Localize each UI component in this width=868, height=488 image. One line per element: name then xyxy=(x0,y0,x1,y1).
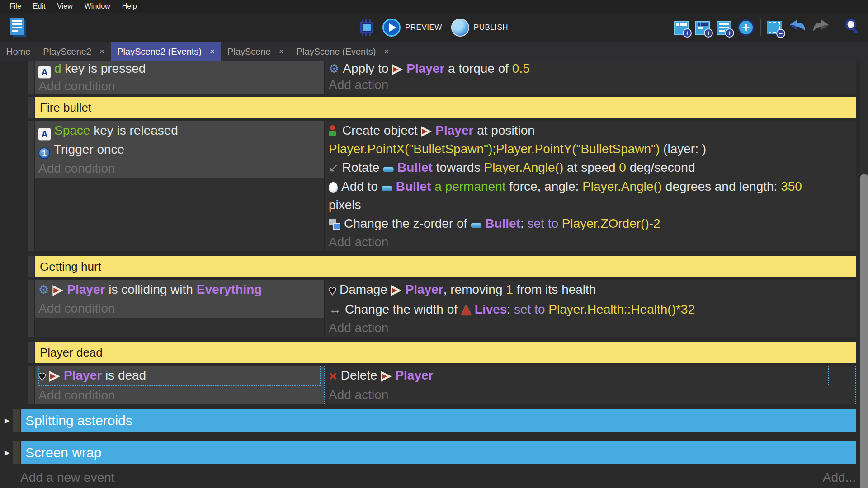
action-item[interactable]: ⚙Apply to Player a torque of 0.5 xyxy=(329,61,829,77)
heart-icon: ♥ xyxy=(329,282,336,300)
preview-label: PREVIEW xyxy=(405,23,442,32)
tab-playscene2[interactable]: PlayScene2 × xyxy=(37,42,111,61)
player-ship-icon xyxy=(391,285,402,296)
action-item[interactable]: ↙Rotate Bullet towards Player.Angle() at… xyxy=(329,158,829,177)
publish-button[interactable]: PUBLISH xyxy=(451,19,508,37)
collapse-arrow-icon[interactable]: ▶ xyxy=(5,409,13,432)
event-drag-handle xyxy=(13,409,21,432)
menu-edit[interactable]: Edit xyxy=(27,2,52,10)
event-drag-handle xyxy=(28,256,35,277)
redo-icon[interactable] xyxy=(812,18,830,38)
close-icon[interactable]: × xyxy=(279,47,284,56)
deselect-icon[interactable] xyxy=(767,21,782,34)
event-row-selected: ♥Player is dead Add condition ×Delete Pl… xyxy=(28,366,856,404)
bullet-icon xyxy=(383,167,394,172)
main-toolbar: PREVIEW PUBLISH xyxy=(0,13,868,42)
keyboard-icon: A xyxy=(38,66,51,78)
debugger-icon[interactable] xyxy=(360,22,373,33)
tab-playscene2-events[interactable]: PlayScene2 (Events) × xyxy=(111,42,221,61)
toolbar-divider xyxy=(837,19,837,36)
player-ship-icon xyxy=(421,126,432,137)
trigger-once-icon: 1 xyxy=(38,147,50,159)
event-row: ASpace key is released 1Trigger once Add… xyxy=(28,121,856,251)
add-scene-icon[interactable] xyxy=(674,21,689,35)
group-bar[interactable]: Splitting asteroids xyxy=(21,409,856,432)
search-icon[interactable] xyxy=(844,18,862,38)
event-drag-handle xyxy=(13,441,21,464)
close-icon[interactable]: × xyxy=(210,47,215,56)
event-drag-handle xyxy=(28,280,35,337)
comment-bar[interactable]: Getting hurt xyxy=(35,256,856,277)
add-condition-button[interactable]: Add condition xyxy=(38,78,321,94)
condition-item[interactable]: ASpace key is released xyxy=(38,121,321,140)
toolbar-divider xyxy=(760,19,761,36)
tab-playscene-events[interactable]: PlayScene (Events) × xyxy=(290,42,396,61)
add-new-event-button[interactable]: Add a new event xyxy=(20,470,115,485)
comment-bar[interactable]: Fire bullet xyxy=(35,97,856,118)
scrollbar-thumb[interactable] xyxy=(860,174,868,488)
globe-icon xyxy=(451,19,469,37)
action-item[interactable]: Add to Bullet a permanent force, angle: … xyxy=(329,177,829,214)
event-row: Ad key is pressed Add condition ⚙Apply t… xyxy=(28,61,856,94)
add-external-layout-icon[interactable] xyxy=(695,21,710,35)
delete-icon: × xyxy=(329,367,337,385)
bullet-icon xyxy=(471,223,481,228)
group-bar[interactable]: Screen wrap xyxy=(21,441,856,464)
condition-item[interactable]: Ad key is pressed xyxy=(38,61,321,78)
tab-home[interactable]: Home xyxy=(0,42,37,61)
player-ship-icon xyxy=(49,371,60,382)
tab-playscene[interactable]: PlayScene × xyxy=(221,42,290,61)
add-action-button[interactable]: Add action xyxy=(329,77,829,93)
comment-row: Player dead xyxy=(28,342,856,363)
add-more-button[interactable]: Add... xyxy=(823,470,856,485)
event-drag-handle xyxy=(28,121,35,251)
menu-view[interactable]: View xyxy=(51,2,78,10)
add-action-button[interactable]: Add action xyxy=(329,319,829,337)
menu-window[interactable]: Window xyxy=(79,2,116,10)
add-external-events-icon[interactable] xyxy=(717,21,731,35)
add-condition-button[interactable]: Add condition xyxy=(38,159,321,178)
add-condition-button[interactable]: Add condition xyxy=(38,386,321,404)
add-condition-button[interactable]: Add condition xyxy=(38,299,321,318)
action-item[interactable]: Create object Player at position Player.… xyxy=(329,121,829,158)
event-group: ▶ Screen wrap xyxy=(0,441,856,464)
action-item[interactable]: Change the z-order of Bullet: set to Pla… xyxy=(329,214,829,233)
event-drag-handle xyxy=(28,366,35,404)
heart-icon: ♥ xyxy=(38,367,46,386)
menu-bar: File Edit View Window Help xyxy=(0,0,868,13)
condition-item[interactable]: ⚙Player is colliding with Everything xyxy=(38,280,321,299)
close-icon[interactable]: × xyxy=(384,47,389,56)
z-order-icon xyxy=(329,218,340,230)
comment-bar[interactable]: Player dead xyxy=(35,342,856,363)
player-ship-icon xyxy=(381,371,392,382)
condition-item[interactable]: 1Trigger once xyxy=(38,140,321,159)
sheet-footer: Add a new event Add... xyxy=(20,464,856,488)
rotate-icon: ↙ xyxy=(329,159,339,177)
physics-gear-icon: ⚙ xyxy=(329,61,339,77)
group-label: Splitting asteroids xyxy=(25,413,132,428)
close-icon[interactable]: × xyxy=(99,47,104,56)
project-manager-icon[interactable] xyxy=(10,18,26,37)
menu-help[interactable]: Help xyxy=(116,2,143,10)
physics-gear-icon: ⚙ xyxy=(38,281,49,299)
add-action-button[interactable]: Add action xyxy=(329,385,829,404)
menu-file[interactable]: File xyxy=(4,2,27,10)
add-action-button[interactable]: Add action xyxy=(329,233,829,251)
tab-bar: Home PlayScene2 × PlayScene2 (Events) × … xyxy=(0,42,868,61)
comment-row: Fire bullet xyxy=(28,97,856,118)
action-item[interactable]: ×Delete Player xyxy=(329,366,829,385)
comment-row: Getting hurt xyxy=(28,256,856,277)
action-item[interactable]: ♥Damage Player, removing 1 from its heal… xyxy=(329,280,829,300)
preview-button[interactable]: PREVIEW xyxy=(382,19,442,37)
event-row: ⚙Player is colliding with Everything Add… xyxy=(28,280,856,337)
keyboard-icon: A xyxy=(38,128,51,140)
lives-icon xyxy=(461,305,471,315)
add-plus-circle-icon[interactable] xyxy=(738,19,754,36)
create-object-icon xyxy=(329,125,339,137)
event-drag-handle xyxy=(28,97,35,118)
undo-icon[interactable] xyxy=(788,18,806,38)
action-item[interactable]: ↔Change the width of Lives: set to Playe… xyxy=(329,300,829,319)
collapse-arrow-icon[interactable]: ▶ xyxy=(5,441,13,464)
condition-item[interactable]: ♥Player is dead xyxy=(38,366,321,386)
player-ship-icon xyxy=(392,64,403,75)
